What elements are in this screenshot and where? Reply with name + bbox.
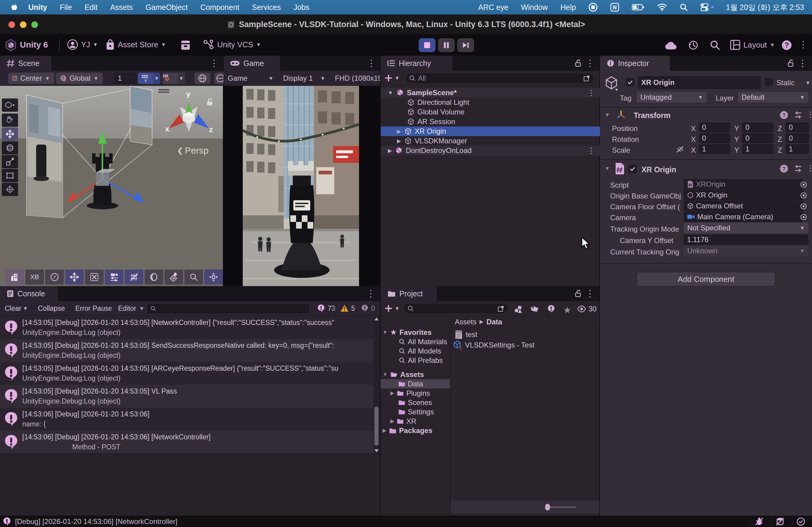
rotate-tool[interactable] <box>2 141 18 155</box>
overlay-shapes-button[interactable] <box>164 269 183 284</box>
console-kebab-icon[interactable]: ⋮ <box>366 289 375 298</box>
origin-base-field[interactable]: XR Origin <box>684 190 803 200</box>
menu-gameobject[interactable]: GameObject <box>145 3 188 12</box>
inspector-kebab-icon[interactable]: ⋮ <box>798 59 807 68</box>
hierarchy-row-scene[interactable]: ▼ SampleScene* ⋮ <box>381 88 600 98</box>
hand-tool[interactable] <box>2 114 18 127</box>
tab-game[interactable]: Game <box>223 56 280 71</box>
tab-hierarchy[interactable]: Hierarchy <box>381 56 452 71</box>
hierarchy-row-xr-origin[interactable]: ▶ XR Origin <box>381 127 600 136</box>
add-component-button[interactable]: Add Component <box>637 272 775 287</box>
camera-field[interactable]: Main Camera (Camera) <box>684 212 803 222</box>
overlay-move-button[interactable] <box>65 269 84 284</box>
tag-dropdown[interactable]: Untagged▼ <box>637 92 707 103</box>
hierarchy-row-ar-session[interactable]: AR Session <box>381 117 600 127</box>
axis-x-label[interactable]: x <box>165 125 169 134</box>
packages-root-row[interactable]: ▶ Packages <box>381 426 450 435</box>
hierarchy-row-directional-light[interactable]: Directional Light <box>381 98 600 107</box>
grid-visibility-button[interactable]: Y <box>138 73 153 84</box>
hierarchy-row-vlsdkmanager[interactable]: ▶ VLSDKManager <box>381 136 600 146</box>
visibility-toggle[interactable]: 30 <box>577 305 597 313</box>
move-tool[interactable] <box>2 127 18 141</box>
overlay-tools-button[interactable] <box>85 269 104 284</box>
notion-menu-icon[interactable]: N <box>610 3 619 12</box>
transform-kebab-icon[interactable]: ⋮ <box>807 111 812 118</box>
position-x-input[interactable]: 0 <box>699 122 730 132</box>
transform-presets-icon[interactable] <box>794 111 802 119</box>
menu-app-name[interactable]: Unity <box>28 3 47 12</box>
project-split-divider[interactable] <box>450 316 451 516</box>
overlay-sphere-button[interactable] <box>145 269 163 284</box>
unity-vcs-dropdown[interactable]: Unity VCS▼ <box>202 39 261 50</box>
layout-dropdown[interactable]: Layout▼ <box>730 40 775 50</box>
search-expand-icon[interactable] <box>583 75 590 82</box>
editor-dropdown[interactable]: Editor▼ <box>113 301 149 316</box>
tab-inspector[interactable]: Inspector <box>600 56 670 71</box>
asset-store-dropdown[interactable]: Asset Store▼ <box>105 39 166 50</box>
slider-thumb[interactable] <box>545 504 550 510</box>
snap-dropdown-caret[interactable]: ▼ <box>178 73 185 84</box>
tool-settings-button[interactable] <box>2 99 18 112</box>
game-menu-kebab-icon[interactable]: ⋮ <box>367 59 376 68</box>
package-manager-icon[interactable] <box>180 40 191 51</box>
apple-menu-icon[interactable] <box>10 3 18 12</box>
toolbar-kebab-icon[interactable]: ⋮ <box>799 40 808 49</box>
overlay-settings-button[interactable] <box>105 269 124 284</box>
camera-y-offset-input[interactable]: 1.1176 <box>684 235 808 245</box>
debugger-detached-icon[interactable] <box>751 517 767 526</box>
folder-row-scenes[interactable]: Scenes <box>381 398 450 407</box>
tab-project[interactable]: Project <box>381 286 437 301</box>
console-search-input[interactable] <box>146 303 310 314</box>
menu-window[interactable]: Window <box>521 3 548 12</box>
overlay-grid-toggle-button[interactable] <box>125 269 143 284</box>
project-lock-icon[interactable] <box>575 290 582 297</box>
snap-button[interactable] <box>163 73 178 84</box>
row-kebab-icon[interactable]: ⋮ <box>587 147 595 155</box>
folder-row-data[interactable]: Data <box>381 379 450 389</box>
pivot-mode-dropdown[interactable]: Center▼ <box>8 73 54 84</box>
position-y-input[interactable]: 0 <box>742 122 773 132</box>
rotation-x-input[interactable]: 0 <box>699 133 730 143</box>
console-entry[interactable]: [14:53:06] [Debug] [2026-01-20 14:53:06]… <box>0 430 374 454</box>
scale-x-input[interactable]: 1 <box>699 144 730 154</box>
component-kebab-icon[interactable]: ⋮ <box>807 164 812 172</box>
asset-item-vlsdksettings[interactable]: {} VLSDKSettings - Test <box>453 340 534 350</box>
scene-viewport[interactable]: y x z ❮Persp <box>0 86 223 286</box>
scale-tool[interactable] <box>2 155 18 169</box>
history-icon[interactable] <box>687 40 699 51</box>
favorites-all-prefabs[interactable]: All Prefabs <box>381 356 450 365</box>
scrollbar-thumb[interactable] <box>374 407 379 446</box>
position-z-input[interactable]: 0 <box>785 122 809 132</box>
menu-services[interactable]: Services <box>252 3 281 12</box>
play-stop-button[interactable] <box>419 38 436 52</box>
transform-title[interactable]: Transform <box>634 111 670 120</box>
folder-row-settings[interactable]: Settings <box>381 407 450 416</box>
menu-component[interactable]: Component <box>200 3 239 12</box>
assets-root-row[interactable]: ▼ Assets <box>381 370 450 379</box>
console-entry[interactable]: [14:53:05] [Debug] [2026-01-20 14:53:05]… <box>0 316 374 339</box>
object-picker-icon[interactable] <box>800 214 807 221</box>
spotlight-search-icon[interactable] <box>680 3 688 12</box>
breadcrumb-assets[interactable]: Assets <box>455 318 477 326</box>
search-expand-icon[interactable] <box>497 305 505 312</box>
orientation-dropdown[interactable]: Global▼ <box>56 73 103 84</box>
battery-icon[interactable] <box>632 4 644 11</box>
hierarchy-kebab-icon[interactable]: ⋮ <box>585 59 595 68</box>
wifi-icon[interactable] <box>657 3 667 11</box>
menu-file[interactable]: File <box>60 3 72 12</box>
pause-button[interactable] <box>438 38 455 52</box>
folder-row-xr[interactable]: ▶ XR <box>381 416 450 426</box>
rotation-z-input[interactable]: 0 <box>785 133 809 143</box>
component-presets-icon[interactable] <box>794 165 802 173</box>
console-entry[interactable]: [14:53:05] [Debug] [2026-01-20 14:53:05]… <box>0 339 374 362</box>
static-checkbox[interactable] <box>765 78 773 86</box>
scene-menu-kebab-icon[interactable]: ⋮ <box>209 59 219 68</box>
grid-size-input[interactable]: 1 <box>114 73 137 84</box>
console-entry[interactable]: [14:53:05] [Debug] [2026-01-20 14:53:05]… <box>0 385 374 408</box>
rotation-y-input[interactable]: 0 <box>742 133 773 143</box>
progress-ok-icon[interactable] <box>793 517 809 526</box>
transform-tool[interactable] <box>2 183 18 196</box>
menu-assets[interactable]: Assets <box>110 3 133 12</box>
favorites-all-materials[interactable]: All Materials <box>381 337 450 346</box>
breadcrumb-current[interactable]: Data <box>487 318 502 326</box>
